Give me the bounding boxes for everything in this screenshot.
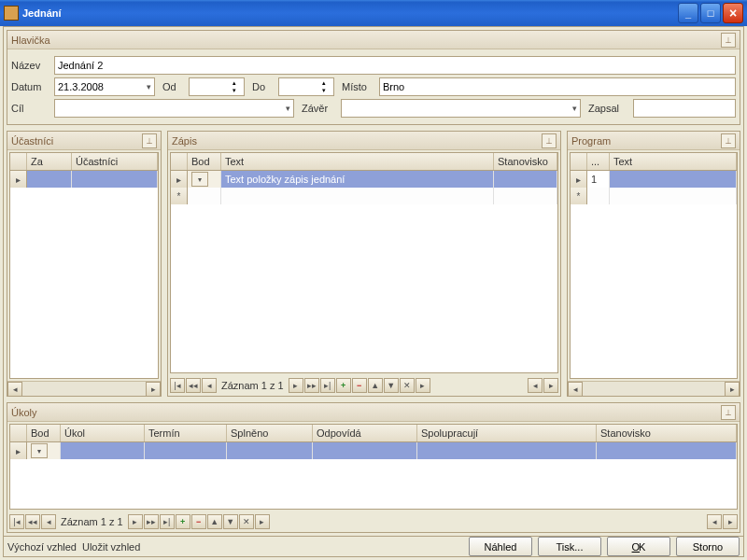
zapis-grid[interactable]: Bod Text Stanovisko ▸ ▾ Text položky záp… — [170, 152, 558, 373]
col-bod[interactable]: Bod — [188, 153, 221, 170]
zapis-title: Zápis — [172, 135, 197, 147]
nav-remove-button[interactable]: − — [352, 378, 367, 393]
nav-more-button[interactable]: ▸ — [255, 514, 270, 529]
maximize-button[interactable]: □ — [700, 3, 721, 23]
pushpin-icon[interactable]: ⟂ — [542, 133, 557, 148]
col-text[interactable]: Text — [610, 153, 737, 170]
col-text[interactable]: Text — [221, 153, 494, 170]
program-title: Program — [571, 135, 611, 147]
new-row[interactable]: * — [571, 188, 737, 204]
col-za[interactable]: Za — [27, 153, 72, 170]
nav-down-button[interactable]: ▼ — [223, 514, 238, 529]
nav-record-label: Záznam 1 z 1 — [61, 516, 123, 527]
nav-prev-button[interactable]: ◂ — [202, 378, 217, 393]
nav-down-button[interactable]: ▼ — [384, 378, 399, 393]
cell-stanovisko[interactable] — [494, 171, 557, 188]
minimize-button[interactable]: _ — [678, 3, 698, 23]
storno-button[interactable]: Storno — [676, 537, 740, 556]
spin-up-icon[interactable]: ▴ — [317, 79, 331, 87]
close-button[interactable]: × — [723, 3, 743, 23]
datum-picker[interactable]: 21.3.2008 ▾ — [54, 77, 155, 96]
col-ukol[interactable]: Úkol — [61, 425, 145, 441]
misto-label: Místo — [342, 81, 379, 92]
chevron-down-icon: ▾ — [147, 82, 151, 91]
col-stanovisko[interactable]: Stanovisko — [597, 425, 737, 441]
nav-cancel-button[interactable]: ✕ — [239, 514, 254, 529]
zapsal-input[interactable] — [633, 99, 736, 118]
spin-down-icon[interactable]: ▾ — [228, 87, 241, 94]
nav-next-button[interactable]: ▸ — [128, 514, 143, 529]
nav-more-button[interactable]: ▸ — [416, 378, 430, 393]
nav-add-button[interactable]: + — [336, 378, 351, 393]
table-row[interactable]: ▸ 1 — [571, 171, 737, 188]
nav-record-label: Záznam 1 z 1 — [221, 380, 284, 391]
pushpin-icon[interactable]: ⟂ — [142, 133, 157, 148]
col-spolupracuji[interactable]: Spolupracují — [417, 425, 597, 441]
zaver-select[interactable]: ▾ — [341, 99, 581, 118]
nav-prev-button[interactable]: ◂ — [41, 514, 56, 529]
row-indicator-icon: ▸ — [571, 171, 587, 188]
cell-text[interactable] — [610, 171, 737, 188]
scroll-left-button[interactable]: ◂ — [568, 382, 583, 397]
misto-input[interactable] — [379, 77, 736, 96]
vychozi-vzhled-link[interactable]: Výchozí vzhled — [7, 541, 77, 553]
nav-last-button[interactable]: ▸| — [320, 378, 335, 393]
col-num[interactable]: ... — [587, 153, 610, 170]
ucastnici-grid[interactable]: Za Účastníci ▸ — [9, 152, 159, 379]
table-row[interactable]: ▸ ▾ — [10, 442, 737, 459]
ok-button[interactable]: OK — [607, 537, 670, 556]
datum-value: 21.3.2008 — [58, 81, 104, 92]
row-indicator-icon: ▸ — [171, 171, 188, 188]
scroll-right-button[interactable]: ▸ — [543, 378, 558, 393]
ukoly-grid[interactable]: Bod Úkol Termín Splněno Odpovídá Spolupr… — [9, 424, 738, 510]
nav-nextpage-button[interactable]: ▸▸ — [144, 514, 159, 529]
do-spinner[interactable]: ▴▾ — [278, 77, 334, 96]
program-grid[interactable]: ... Text ▸ 1 * — [570, 152, 738, 379]
col-ucastnici[interactable]: Účastníci — [72, 153, 158, 170]
bod-dropdown[interactable]: ▾ — [191, 172, 208, 187]
cell-text[interactable]: Text položky zápis jednání — [221, 171, 494, 188]
col-termin[interactable]: Termín — [145, 425, 227, 441]
nav-first-button[interactable]: |◂ — [170, 378, 185, 393]
spin-down-icon[interactable]: ▾ — [317, 87, 331, 94]
nav-cancel-button[interactable]: ✕ — [400, 378, 415, 393]
nav-last-button[interactable]: ▸| — [160, 514, 175, 529]
tisk-button[interactable]: Tisk... — [538, 537, 601, 556]
col-odpovida[interactable]: Odpovídá — [313, 425, 417, 441]
bod-dropdown[interactable]: ▾ — [31, 443, 48, 458]
pushpin-icon[interactable]: ⟂ — [721, 405, 736, 420]
scroll-left-button[interactable]: ◂ — [7, 382, 22, 397]
nav-up-button[interactable]: ▲ — [207, 514, 222, 529]
scroll-right-button[interactable]: ▸ — [725, 382, 740, 397]
nav-up-button[interactable]: ▲ — [368, 378, 383, 393]
titlebar[interactable]: Jednání _ □ × — [0, 0, 747, 26]
scroll-left-button[interactable]: ◂ — [528, 378, 543, 393]
scroll-right-button[interactable]: ▸ — [146, 382, 161, 397]
col-stanovisko[interactable]: Stanovisko — [494, 153, 557, 170]
nav-prevpage-button[interactable]: ◂◂ — [186, 378, 201, 393]
spin-up-icon[interactable]: ▴ — [228, 79, 241, 87]
nazev-input[interactable] — [54, 56, 736, 75]
pushpin-icon[interactable]: ⟂ — [721, 33, 736, 48]
table-row[interactable]: ▸ ▾ Text položky zápis jednání — [171, 171, 557, 188]
cell-num[interactable]: 1 — [587, 171, 610, 188]
nav-remove-button[interactable]: − — [191, 514, 206, 529]
nav-add-button[interactable]: + — [176, 514, 190, 529]
cil-select[interactable]: ▾ — [54, 99, 294, 118]
nav-first-button[interactable]: |◂ — [9, 514, 24, 529]
ulozit-vzhled-link[interactable]: Uložit vzhled — [82, 541, 140, 553]
od-spinner[interactable]: ▴▾ — [189, 77, 245, 96]
scroll-left-button[interactable]: ◂ — [707, 514, 722, 529]
col-splneno[interactable]: Splněno — [227, 425, 313, 441]
col-bod[interactable]: Bod — [27, 425, 61, 441]
nav-prevpage-button[interactable]: ◂◂ — [25, 514, 40, 529]
new-row[interactable]: * — [171, 188, 557, 204]
nazev-label: Název — [11, 60, 54, 71]
scroll-right-button[interactable]: ▸ — [723, 514, 738, 529]
zapsal-label: Zapsal — [588, 103, 633, 114]
nav-nextpage-button[interactable]: ▸▸ — [304, 378, 319, 393]
pushpin-icon[interactable]: ⟂ — [721, 133, 736, 148]
cil-label: Cíl — [11, 103, 54, 114]
nahled-button[interactable]: Náhled — [469, 537, 532, 556]
nav-next-button[interactable]: ▸ — [289, 378, 303, 393]
